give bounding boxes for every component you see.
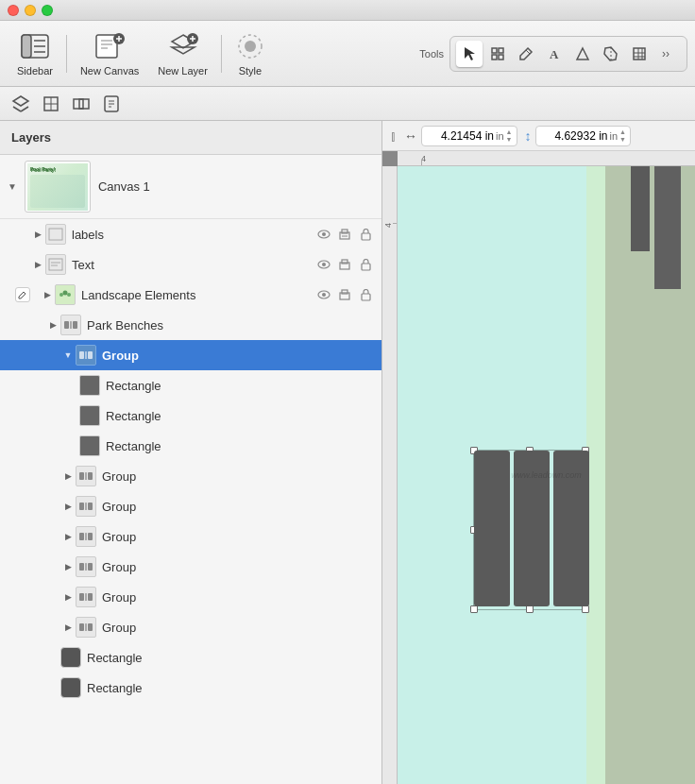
layer-row-labels[interactable]: ▶ labels	[0, 219, 381, 249]
new-layer-button[interactable]: New Layer	[148, 27, 217, 80]
svg-rect-80	[88, 503, 93, 510]
sel-handle-bc[interactable]	[526, 605, 534, 613]
minimize-button[interactable]	[25, 5, 36, 16]
pen-tool-button[interactable]	[513, 41, 539, 67]
y-step-up[interactable]: ▲	[619, 128, 626, 135]
bottom-rect1-thumb	[60, 647, 81, 668]
close-button[interactable]	[8, 5, 19, 16]
bench-group-selection[interactable]	[473, 450, 586, 610]
layer-row-group2[interactable]: ▶ Group	[0, 491, 381, 521]
park-benches-expand-arrow[interactable]: ▶	[45, 317, 60, 332]
main-toolbar: Sidebar New Canvas	[0, 21, 695, 87]
style-button[interactable]: Style	[226, 27, 275, 80]
text-tool-button[interactable]: A	[541, 41, 568, 67]
y-measure-group: ↕ in ▲ ▼	[525, 126, 632, 146]
layer-row-bottom-rect1[interactable]: Rectangle	[0, 642, 381, 673]
layer-row-text[interactable]: ▶ Text	[0, 249, 381, 280]
svg-rect-20	[499, 48, 503, 53]
transform-tool-button[interactable]	[598, 41, 624, 67]
landscape-expand-arrow[interactable]: ▶	[40, 287, 55, 302]
svg-rect-87	[79, 593, 84, 601]
y-stepper[interactable]: ▲ ▼	[619, 128, 626, 143]
canvas-area[interactable]: 4 4 5	[382, 151, 695, 784]
svg-point-18	[245, 41, 256, 52]
x-step-down[interactable]: ▼	[506, 136, 513, 143]
landscape-eye-icon[interactable]	[315, 286, 332, 303]
shape-tool-button[interactable]	[569, 41, 596, 67]
layer-row-landscape[interactable]: ▶ Landscape Elements	[0, 280, 381, 310]
labels-eye-icon[interactable]	[315, 226, 332, 243]
y-measure-field[interactable]: in ▲ ▼	[535, 126, 632, 146]
group4-expand-arrow[interactable]: ▶	[60, 559, 76, 574]
x-step-up[interactable]: ▲	[506, 128, 513, 135]
group2-expand-arrow[interactable]: ▶	[60, 499, 76, 514]
svg-rect-71	[73, 321, 77, 329]
landscape-name: Landscape Elements	[81, 288, 315, 302]
svg-rect-40	[74, 99, 83, 109]
x-measure-field[interactable]: in ▲ ▼	[421, 126, 517, 146]
labels-expand-arrow[interactable]: ▶	[30, 227, 45, 242]
layer-row-group3[interactable]: ▶ Group	[0, 521, 381, 552]
layer-row-rect2[interactable]: Rectangle	[0, 401, 381, 431]
x-measure-input[interactable]	[426, 129, 494, 143]
text-expand-arrow[interactable]: ▶	[30, 257, 45, 272]
sel-handle-bl[interactable]	[470, 605, 478, 613]
group5-expand-arrow[interactable]: ▶	[60, 589, 76, 605]
text-lock-icon[interactable]	[357, 256, 374, 273]
style-label: Style	[239, 65, 262, 77]
bottom-rect2-thumb	[60, 677, 81, 698]
text-eye-icon[interactable]	[315, 256, 332, 273]
layer-row-group4[interactable]: ▶ Group	[0, 552, 381, 582]
sel-handle-br[interactable]	[582, 605, 589, 613]
layer-row-bottom-rect2[interactable]: Rectangle	[0, 673, 381, 703]
labels-print-icon[interactable]	[336, 226, 353, 243]
grid-tool-button[interactable]	[626, 41, 653, 67]
labels-lock-icon[interactable]	[357, 226, 374, 243]
clip-tool-button[interactable]	[484, 41, 511, 67]
bench-rect-2	[514, 451, 550, 606]
new-canvas-button[interactable]: New Canvas	[71, 27, 148, 80]
group6-expand-arrow[interactable]: ▶	[60, 620, 76, 635]
layers-toggle-button[interactable]	[8, 91, 34, 117]
canvas-align-button[interactable]	[38, 91, 64, 117]
svg-rect-75	[79, 472, 84, 480]
svg-rect-19	[492, 48, 497, 53]
text-print-icon[interactable]	[336, 256, 353, 273]
svg-rect-22	[499, 55, 503, 60]
x-stepper[interactable]: ▲ ▼	[506, 128, 513, 143]
svg-line-23	[526, 50, 530, 54]
sidebar-button[interactable]: Sidebar	[8, 27, 62, 80]
svg-rect-74	[88, 351, 93, 359]
layers-header: Layers	[0, 121, 381, 155]
select-tool-button[interactable]	[456, 41, 483, 67]
layer-row-group5[interactable]: ▶ Group	[0, 582, 381, 612]
layer-row-rect1[interactable]: Rectangle	[0, 370, 381, 401]
inspector-button[interactable]	[98, 91, 125, 117]
svg-rect-21	[492, 55, 497, 60]
labels-icons	[315, 226, 374, 243]
svg-rect-88	[85, 593, 87, 601]
landscape-print-icon[interactable]	[336, 286, 353, 303]
layer-row-park-benches[interactable]: ▶ Park Benches	[0, 310, 381, 340]
svg-point-48	[322, 232, 326, 236]
y-measure-input[interactable]	[540, 129, 608, 143]
layer-row-group6[interactable]: ▶ Group	[0, 612, 381, 642]
canvas-expand-arrow[interactable]: ▼	[8, 181, 17, 192]
landscape-lock-icon[interactable]	[357, 286, 374, 303]
more-tools-button[interactable]: › ›	[654, 41, 681, 67]
y-step-down[interactable]: ▼	[619, 136, 626, 143]
layer-row-group-selected[interactable]: ▼ Group	[0, 340, 381, 370]
group1-expand-arrow[interactable]: ▶	[60, 469, 76, 484]
group-selected-expand-arrow[interactable]: ▼	[60, 348, 76, 363]
layer-row-rect3[interactable]: Rectangle	[0, 431, 381, 461]
group5-thumb	[76, 587, 96, 607]
canvas-item[interactable]: ▼ Pool Party! Canvas 1	[0, 155, 381, 219]
layer-row-group1[interactable]: ▶ Group	[0, 461, 381, 491]
arrange-button[interactable]	[68, 91, 94, 117]
svg-rect-73	[85, 351, 87, 359]
maximize-button[interactable]	[42, 5, 53, 16]
group3-expand-arrow[interactable]: ▶	[60, 529, 76, 544]
svg-rect-52	[362, 233, 370, 240]
x-unit: in	[496, 130, 504, 142]
new-canvas-label: New Canvas	[80, 65, 139, 77]
